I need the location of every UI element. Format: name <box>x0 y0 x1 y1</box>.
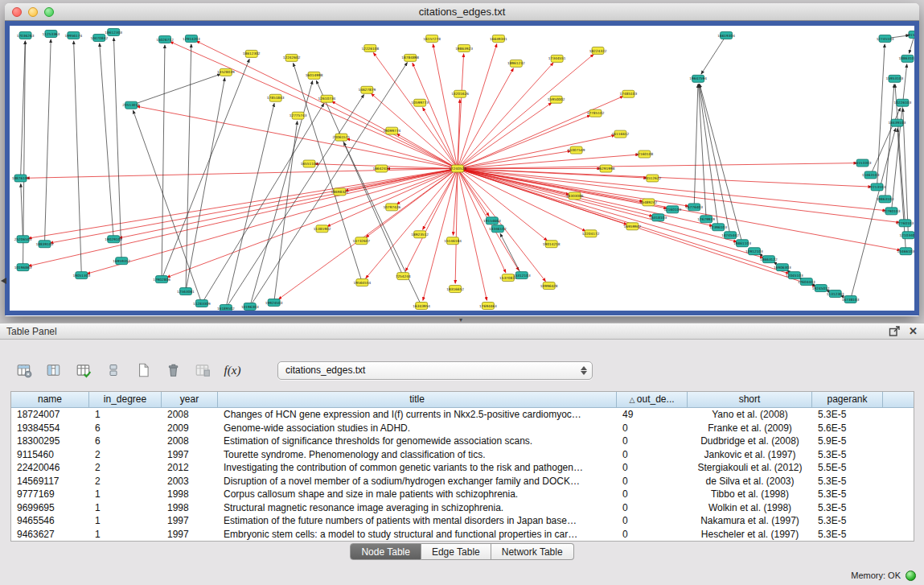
graph-edge[interactable] <box>458 168 789 274</box>
graph-node[interactable]: 10912103 <box>745 248 763 255</box>
graph-node[interactable]: 10196303 <box>241 303 259 311</box>
graph-edge[interactable] <box>202 104 324 303</box>
graph-node[interactable]: 12790103 <box>883 208 901 215</box>
graph-edge[interactable] <box>186 78 225 291</box>
graph-edge[interactable] <box>433 44 458 169</box>
graph-edge[interactable] <box>458 168 872 187</box>
graph-node[interactable]: 14627879 <box>358 86 376 93</box>
table-row[interactable]: 911546021997Tourette syndrome. Phenomeno… <box>11 448 914 462</box>
graph-edge[interactable] <box>226 95 364 308</box>
graph-node[interactable]: 16959312 <box>113 257 130 265</box>
graph-node[interactable]: 16157278 <box>423 35 441 42</box>
table-row[interactable]: 1456911722003Disruption of a novel membe… <box>11 475 914 488</box>
graph-edge[interactable] <box>87 168 458 274</box>
graph-node[interactable]: 16343954 <box>413 303 430 310</box>
graph-node[interactable]: 19014218 <box>543 241 561 248</box>
window-titlebar[interactable]: citations_edges.txt <box>5 3 919 21</box>
graph-node[interactable]: 18923512 <box>411 231 429 238</box>
graph-node[interactable]: 11283309 <box>193 300 211 307</box>
table-import-icon[interactable] <box>72 359 95 381</box>
graph-node[interactable]: 12204172 <box>582 230 600 237</box>
graph-edge[interactable] <box>113 38 121 261</box>
column-header-title[interactable]: title <box>218 392 617 408</box>
column-header-short[interactable]: short <box>688 392 812 408</box>
graph-edge[interactable] <box>133 110 202 303</box>
graph-node[interactable]: 18876103 <box>12 175 30 182</box>
graph-node[interactable]: 12914203 <box>183 35 200 42</box>
graph-node[interactable]: 18316652 <box>446 286 464 293</box>
table-columns-icon[interactable] <box>43 359 65 381</box>
column-header-name[interactable]: name <box>11 392 89 408</box>
graph-node[interactable]: 14512622 <box>643 175 661 182</box>
table-row[interactable]: 2242004622012Investigating the contribut… <box>11 461 914 475</box>
graph-node[interactable]: 19924503 <box>265 299 283 307</box>
graph-edge[interactable] <box>28 168 458 266</box>
panel-splitter-grip[interactable]: ▾ <box>455 317 466 323</box>
graph-node[interactable]: 17785102 <box>587 109 605 117</box>
table-row[interactable]: 977716911998Corpus callosum shape and si… <box>11 488 914 501</box>
column-header-filler[interactable] <box>883 392 914 408</box>
graph-node[interactable]: 19863923 <box>455 44 473 51</box>
graph-node[interactable]: 12160103 <box>663 206 681 213</box>
graph-node[interactable]: 10226103 <box>894 99 912 106</box>
collapse-panel-arrow-icon[interactable] <box>1 278 6 284</box>
tab-node-table[interactable]: Node Table <box>350 543 421 560</box>
graph-edge[interactable] <box>21 183 23 239</box>
graph-node[interactable]: 12563061 <box>177 288 195 295</box>
graph-node[interactable]: 17694463 <box>479 303 497 310</box>
table-row[interactable]: 946554611997Estimation of the future num… <box>11 514 914 528</box>
graph-edge[interactable] <box>458 63 553 168</box>
graph-edge[interactable] <box>701 35 726 74</box>
table-settings-icon[interactable] <box>13 359 35 381</box>
graph-node[interactable]: 18839103 <box>36 241 54 248</box>
graph-node[interactable]: 14745442 <box>721 232 739 239</box>
graph-node[interactable]: 12103403 <box>900 232 914 239</box>
graph-node[interactable]: 16738103 <box>842 296 860 303</box>
graph-node[interactable]: 19154663 <box>483 217 501 225</box>
new-file-icon[interactable] <box>132 359 154 381</box>
graph-node[interactable]: 12160108 <box>635 150 653 158</box>
tab-edge-table[interactable]: Edge Table <box>421 543 491 560</box>
graph-node[interactable]: 18863103 <box>899 55 914 62</box>
graph-node[interactable]: 18303086 <box>566 192 584 200</box>
graph-node[interactable]: 14732607 <box>352 237 370 245</box>
graph-edge[interactable] <box>226 104 274 308</box>
graph-node[interactable]: 12226108 <box>361 44 379 51</box>
graph-node[interactable]: 19051303 <box>72 272 90 279</box>
graph-node[interactable]: 12242602 <box>283 54 301 61</box>
graph-node[interactable]: 16906303 <box>774 264 791 271</box>
graph-node[interactable]: 16189502 <box>217 305 235 311</box>
graph-edge[interactable] <box>871 108 901 175</box>
graph-node[interactable]: 17240528 <box>449 165 466 172</box>
graph-node[interactable]: 14528039 <box>217 68 235 76</box>
graph-node[interactable]: 16291998 <box>598 165 615 172</box>
graph-edge[interactable] <box>119 168 458 237</box>
graph-node[interactable]: 16649341 <box>490 35 507 42</box>
graph-node[interactable]: 18224322 <box>589 47 607 54</box>
graph-node[interactable]: 17036263 <box>17 31 35 39</box>
graph-node[interactable]: 18784898 <box>401 54 419 61</box>
graph-node[interactable]: 25206505 <box>14 236 32 243</box>
rows-icon[interactable] <box>102 359 125 381</box>
graph-node[interactable]: 13201626 <box>451 90 469 97</box>
graph-node[interactable]: 16116612 <box>612 130 630 138</box>
graph-edge[interactable] <box>131 74 220 105</box>
graph-node[interactable]: 17344551 <box>548 55 566 62</box>
network-canvas[interactable]: 1724052816291998183030861220417219014218… <box>10 26 914 311</box>
graph-node[interactable]: 10797426 <box>383 204 400 211</box>
graph-node[interactable]: 10996428 <box>540 282 558 290</box>
table-disabled-icon[interactable] <box>191 359 214 381</box>
graph-node[interactable]: 17902806 <box>153 276 170 283</box>
graph-node[interactable]: 18612302 <box>243 50 261 57</box>
graph-node[interactable]: 15950002 <box>548 96 565 103</box>
graph-node[interactable]: 17679919 <box>697 216 715 223</box>
column-header-year[interactable]: year <box>162 392 218 408</box>
graph-edge[interactable] <box>100 43 113 239</box>
function-icon[interactable]: f(x) <box>221 359 244 381</box>
graph-node[interactable]: 19099774 <box>383 127 400 134</box>
minimize-window-button[interactable] <box>28 7 38 17</box>
graph-node[interactable]: 16014998 <box>306 72 323 79</box>
graph-edge[interactable] <box>162 45 165 279</box>
trash-icon[interactable] <box>162 359 184 381</box>
graph-node[interactable]: 17485103 <box>620 90 638 97</box>
